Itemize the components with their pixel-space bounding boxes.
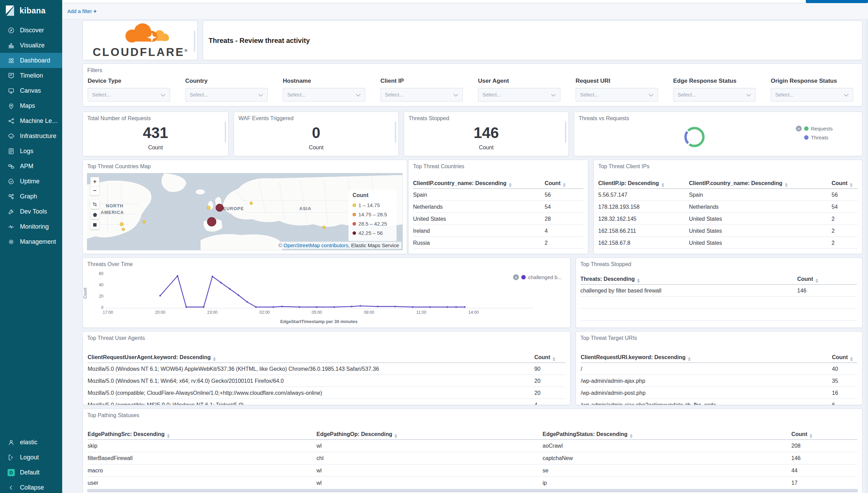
sidebar-item-monitoring[interactable]: Monitoring [0,219,62,234]
dashboard-grid-icon [8,57,15,64]
legend-expand-icon[interactable]: > [796,126,802,131]
metric-value: 146 [404,124,568,141]
bubble-ireland[interactable] [207,206,210,209]
panel-scrollbar[interactable] [395,122,396,143]
table-row: Mozilla/5.0 (Windows NT 6.1; Win64; x64;… [88,375,565,387]
world-map[interactable]: NORTH AMERICA EUROPE ASIA + − [87,173,403,250]
column-header[interactable]: Count [832,353,853,362]
user-agent-select[interactable]: Select... [478,88,560,102]
column-header[interactable]: EdgePathingStatus: Descending [543,429,633,439]
column-header[interactable]: ClientIP.ip: Descending [598,179,664,188]
bubble-netherlands[interactable] [216,204,223,211]
column-header[interactable]: Count [797,274,818,284]
column-header[interactable]: Count [791,429,812,439]
column-header[interactable]: ClientRequestURI.keyword: Descending [581,353,691,362]
threats-vs-requests-panel: Threats vs Requests > Requests Threats [574,112,863,156]
sidebar-item-visualize[interactable]: Visualize [0,38,62,53]
sidebar-item-apm[interactable]: APM [0,159,62,174]
bubble-spain[interactable] [207,217,216,226]
update-button-edge[interactable] [806,0,868,3]
bubble-us[interactable] [122,228,125,231]
sidebar-item-maps[interactable]: Maps [0,98,62,113]
y-axis-label: Count [83,281,88,305]
legend-item-challenged[interactable]: > challenged b... [513,274,562,280]
zoom-in-button[interactable]: + [90,177,99,186]
x-tick: 23:00 [207,310,218,315]
map-fit-bounds-button[interactable] [90,200,99,209]
sidebar-item-uptime[interactable]: Uptime [0,174,62,189]
legend-item-requests[interactable]: > Requests [796,126,833,131]
page-title: Threats - Review threat activity [209,21,310,60]
osm-link[interactable]: OpenStreetMap contributors, [283,242,350,248]
sidebar-item-graph[interactable]: Graph [0,189,62,204]
sidebar-item-canvas[interactable]: Canvas [0,83,62,98]
top-threat-client-ips-table: ClientIP.ip: Descending ClientIP.country… [598,179,858,249]
column-header[interactable]: ClientIP.country_name: Descending [689,179,788,188]
client-ip-select[interactable]: Select... [380,88,463,102]
column-header[interactable]: EdgePathingOp: Descending [316,429,397,439]
legend-bin: 42.25 – 56 [353,228,392,238]
column-header[interactable]: Threats: Descending [580,274,640,284]
device-type-select[interactable]: Select... [88,88,170,102]
sidebar-item-user[interactable]: elastic [0,435,62,450]
sort-icon [630,434,633,438]
filter-bar: Add a filter+ [62,3,868,20]
sidebar-item-collapse[interactable]: Collapse [0,480,62,493]
map-label-america: AMERICA [101,210,124,215]
column-header[interactable]: ClientRequestUserAgent.keyword: Descendi… [88,353,216,362]
map-rectangle-tool-button[interactable] [90,220,99,229]
country-select[interactable]: Select... [185,88,268,102]
bubble-russia[interactable] [250,202,253,205]
origin-response-status-select[interactable]: Select... [771,88,853,102]
column-header[interactable]: Count [534,353,555,362]
bubble-us[interactable] [120,222,123,226]
y-tick: 0 [92,305,103,310]
bubble-us[interactable] [143,220,145,223]
map-polygon-tool-button[interactable] [90,210,99,219]
column-header[interactable]: ClientIP.country_name: Descending [413,179,512,188]
hostname-select[interactable]: Select... [283,88,365,102]
metric-value: 0 [234,124,398,141]
sidebar-item-discover[interactable]: Discover [0,23,62,38]
table-row: 162.158.67.8United States2 [598,237,858,249]
column-header[interactable]: Count [545,179,566,188]
sidebar-item-dashboard[interactable]: Dashboard [0,53,62,68]
sidebar-item-management[interactable]: Management [0,234,62,249]
x-tick: 17:00 [103,310,113,315]
sidebar-item-timelion[interactable]: Timelion [0,68,62,83]
kibana-logo-icon [4,5,16,16]
sidebar-item-machine-learning[interactable]: Machine Le… [0,113,62,128]
legend-expand-icon[interactable]: > [513,274,519,280]
table-row: 128.32.162.145United States2 [598,213,858,225]
table-row: filterBasedFirewallchlcaptchaNew146 [88,452,857,465]
sidebar-item-logs[interactable]: Logs [0,144,62,159]
column-header[interactable]: EdgePathingSrc: Descending [88,429,170,439]
table-row: 5.56.57.147Spain56 [598,189,858,201]
filter-edge-response-status: Edge Response StatusSelect... [673,78,756,102]
legend-item-threats[interactable]: Threats [796,135,833,140]
sidebar-item-dev-tools[interactable]: Dev Tools [0,204,62,219]
sidebar-item-logout[interactable]: Logout [0,450,62,465]
filter-client-ip: Client IPSelect... [380,78,463,102]
wrench-icon [8,208,15,215]
document-lines-icon [8,148,15,155]
horizontal-scrollbar[interactable] [87,489,858,492]
sidebar-item-infrastructure[interactable]: Infrastructure [0,128,62,144]
column-header[interactable]: Count [832,179,853,188]
request-uri-select[interactable]: Select... [576,88,658,102]
add-filter-link[interactable]: Add a filter+ [67,8,97,14]
chevron-down-icon [844,92,848,96]
kibana-logo[interactable]: kibana [0,0,62,21]
sidebar-item-space-default[interactable]: D Default [0,465,62,480]
x-axis-label: EdgeStartTimestamp per 30 minutes [280,319,357,324]
map-zoom-controls: + − [90,177,99,195]
bubble-asia[interactable] [323,226,325,229]
top-threat-user-agents-table: ClientRequestUserAgent.keyword: Descendi… [88,353,565,405]
panel-scrollbar[interactable] [194,31,195,52]
page-scrollbar[interactable] [866,20,868,493]
zoom-out-button[interactable]: − [90,186,99,195]
edge-response-status-select[interactable]: Select... [673,88,756,102]
panel-scrollbar[interactable] [565,122,566,143]
panel-scrollbar[interactable] [225,122,226,143]
filters-panel: Filters Device TypeSelect... CountrySele… [82,64,863,106]
